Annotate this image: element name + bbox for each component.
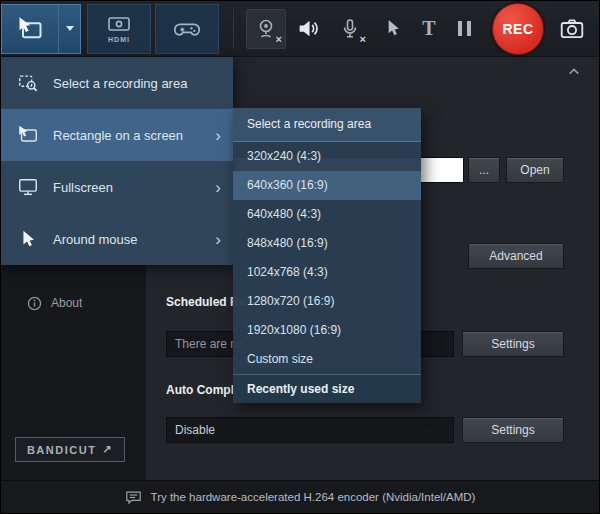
text-overlay-button[interactable]: T (412, 1, 446, 57)
fullscreen-monitor-icon (17, 176, 39, 198)
size-option-640x480[interactable]: 640x480 (4:3) (233, 200, 421, 229)
collapse-panel-button[interactable] (567, 65, 581, 79)
screen-recording-mode-group (1, 4, 81, 54)
submenu-arrow-icon: › (215, 127, 221, 144)
webcam-disabled-x-icon: × (276, 34, 282, 45)
webcam-overlay-button[interactable]: × (244, 1, 288, 57)
submenu-arrow-icon: › (215, 231, 221, 248)
screen-mode-dropdown-button[interactable] (58, 5, 80, 53)
chevron-up-icon (567, 65, 581, 79)
size-option-640x360[interactable]: 640x360 (16:9) (233, 171, 421, 200)
select-area-icon (16, 15, 44, 43)
submenu-arrow-icon: › (215, 179, 221, 196)
rectangle-on-screen-icon (17, 124, 39, 146)
hdmi-label: HDMI (108, 36, 130, 43)
size-option-recently-used[interactable]: Recently used size (233, 374, 421, 403)
menu-item-rectangle-on-screen[interactable]: Rectangle on a screen › (1, 109, 233, 161)
menu-item-label: Select a recording area (53, 76, 187, 91)
bandicut-label: BANDICUT (27, 444, 96, 456)
screenshot-button[interactable] (550, 1, 594, 57)
mouse-cursor-icon (381, 17, 404, 40)
speech-bubble-icon (125, 490, 142, 505)
browse-button[interactable]: ... (468, 157, 500, 183)
text-tool-icon: T (422, 17, 435, 40)
microphone-button[interactable]: × (328, 1, 372, 57)
auto-complete-heading: Auto Compl (166, 383, 234, 397)
microphone-icon (338, 17, 362, 41)
menu-item-label: Around mouse (53, 232, 138, 247)
size-option-1024x768[interactable]: 1024x768 (4:3) (233, 258, 421, 287)
hdmi-device-icon (106, 15, 132, 35)
scheduled-settings-button[interactable]: Settings (462, 331, 564, 357)
camera-icon (559, 16, 585, 42)
speaker-button[interactable] (288, 1, 328, 57)
menu-item-label: Rectangle on a screen (53, 128, 183, 143)
chevron-down-icon (66, 26, 74, 31)
auto-complete-status: Disable (166, 417, 454, 443)
select-area-search-icon (17, 72, 39, 94)
app-window: HDMI × (0, 0, 600, 514)
sidebar-item-about[interactable]: About (1, 289, 146, 317)
mouse-effects-button[interactable] (372, 1, 412, 57)
menu-item-label: Fullscreen (53, 180, 113, 195)
open-button[interactable]: Open (506, 157, 564, 183)
size-option-320x240[interactable]: 320x240 (4:3) (233, 142, 421, 171)
statusbar-message: Try the hardware-accelerated H.264 encod… (151, 491, 476, 503)
menu-item-around-mouse[interactable]: Around mouse › (1, 213, 233, 265)
menu-item-select-recording-area[interactable]: Select a recording area (1, 57, 233, 109)
device-recording-mode-button[interactable]: HDMI (87, 4, 151, 54)
speaker-icon (296, 16, 321, 41)
submenu-header: Select a recording area (233, 108, 421, 142)
auto-complete-settings-button[interactable]: Settings (462, 417, 564, 443)
statusbar-tip[interactable]: Try the hardware-accelerated H.264 encod… (1, 480, 599, 513)
screen-recording-mode-button[interactable] (2, 5, 58, 53)
game-recording-mode-button[interactable] (155, 4, 219, 54)
record-button[interactable]: REC (492, 3, 544, 55)
about-label: About (51, 296, 82, 310)
microphone-disabled-x-icon: × (360, 34, 366, 45)
toolbar-separator (233, 9, 234, 49)
advanced-button[interactable]: Advanced (468, 243, 564, 269)
size-option-848x480[interactable]: 848x480 (16:9) (233, 229, 421, 258)
around-mouse-cursor-icon (17, 228, 39, 250)
size-option-1280x720[interactable]: 1280x720 (16:9) (233, 287, 421, 316)
bandicut-button[interactable]: BANDICUT ↗ (15, 437, 125, 462)
pause-icon (458, 21, 471, 36)
toolbar: HDMI × (1, 1, 599, 57)
pause-button[interactable] (446, 1, 482, 57)
info-icon (27, 296, 42, 311)
size-option-1920x1080[interactable]: 1920x1080 (16:9) (233, 316, 421, 345)
external-link-icon: ↗ (102, 443, 113, 456)
recording-size-submenu: Select a recording area 320x240 (4:3) 64… (233, 108, 421, 403)
game-controller-icon (173, 15, 201, 43)
menu-item-fullscreen[interactable]: Fullscreen › (1, 161, 233, 213)
recording-area-menu: Select a recording area Rectangle on a s… (1, 57, 233, 265)
size-option-custom[interactable]: Custom size (233, 345, 421, 374)
